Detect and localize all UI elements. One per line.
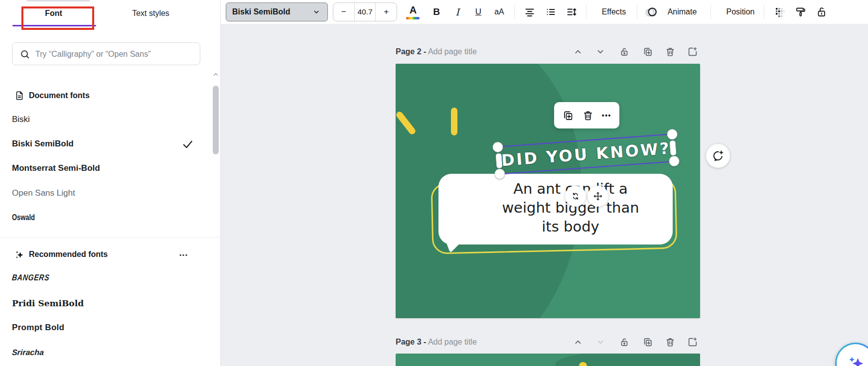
font-item-biski[interactable]: Biski (0, 110, 199, 129)
font-item-biski-semibold[interactable]: Biski SemiBold (0, 134, 199, 153)
page3-label: Page 3 - (396, 338, 426, 346)
sidebar-scrollbar[interactable] (213, 86, 219, 154)
move-page-up-icon[interactable] (571, 44, 585, 59)
duplicate-page-icon[interactable] (640, 335, 655, 350)
position-button[interactable]: Position (718, 2, 763, 21)
italic-button[interactable]: I (448, 2, 467, 21)
font-item-montserrat[interactable]: Montserrat Semi-Bold (0, 159, 199, 178)
toolbar-divider (586, 5, 586, 19)
font-item-sriracha[interactable]: Sriracha (0, 343, 199, 362)
toolbar-divider (514, 5, 515, 19)
lock-icon[interactable] (812, 2, 831, 21)
rotate-handle[interactable] (565, 186, 586, 207)
yellow-accent-stroke[interactable] (451, 108, 457, 135)
copy-style-roller-icon[interactable] (791, 2, 810, 21)
page2-label: Page 2 - (396, 47, 426, 56)
lock-page-icon[interactable] (617, 335, 632, 350)
chevron-down-icon (311, 7, 321, 17)
transparency-icon[interactable] (770, 2, 789, 21)
rainbow-color-bar (406, 17, 420, 19)
background-blob-shape (555, 354, 700, 366)
font-family-dropdown[interactable]: Biski SemiBold (226, 2, 328, 21)
font-item-pridi[interactable]: Pridi SemiBold (0, 294, 199, 313)
font-family-value: Biski SemiBold (232, 7, 311, 16)
search-input[interactable] (34, 43, 196, 65)
font-size-control: − 40.7 + (333, 2, 397, 21)
element-toolbar: ••• (554, 102, 619, 128)
add-comment-button[interactable] (706, 144, 730, 168)
page3-title[interactable]: Page 3 - Add page title (396, 338, 477, 347)
underline-button[interactable]: U (469, 2, 488, 21)
page2-canvas[interactable]: An ant can lift a weight bigger than its… (396, 64, 700, 318)
page3-canvas[interactable] (396, 354, 700, 366)
move-page-down-icon (593, 335, 608, 350)
delete-element-icon[interactable] (582, 110, 594, 122)
bullet-list-icon[interactable] (541, 2, 560, 21)
text-align-icon[interactable] (520, 2, 539, 21)
font-size-increase-button[interactable]: + (376, 3, 397, 21)
canva-editor: Font Text styles Document fonts Biski Bi… (0, 0, 868, 366)
lock-page-icon[interactable] (617, 44, 632, 59)
font-panel-sidebar: Font Text styles Document fonts Biski Bi… (0, 0, 221, 366)
sparkles-icon (13, 249, 25, 263)
panel-top-stub (26, 0, 90, 1)
font-size-value[interactable]: 40.7 (354, 3, 376, 21)
move-page-down-icon[interactable] (593, 44, 608, 59)
element-more-menu[interactable]: ••• (602, 112, 611, 120)
add-page-icon[interactable] (685, 44, 700, 59)
letter-case-button[interactable]: aA (490, 2, 509, 21)
move-handle[interactable] (587, 186, 608, 207)
page3-title-placeholder[interactable]: Add page title (428, 338, 477, 346)
scroll-up-icon[interactable] (212, 70, 220, 78)
line-spacing-icon[interactable] (562, 2, 581, 21)
tab-text-styles[interactable]: Text styles (115, 7, 187, 20)
text-color-button[interactable]: A (404, 2, 423, 21)
animate-button[interactable]: Animate (659, 2, 705, 21)
magic-assistant-button[interactable] (835, 343, 868, 366)
duplicate-element-icon[interactable] (562, 110, 574, 122)
magic-sparkle-icon (837, 344, 868, 366)
duplicate-page-icon[interactable] (640, 44, 655, 59)
font-item-bangers[interactable]: BANGERS (0, 268, 199, 287)
font-search-box[interactable] (12, 42, 200, 65)
move-page-up-icon[interactable] (571, 335, 585, 350)
toolbar-divider (711, 5, 711, 19)
page2-title[interactable]: Page 2 - Add page title (396, 47, 477, 56)
font-size-decrease-button[interactable]: − (333, 3, 354, 21)
delete-page-icon[interactable] (663, 44, 678, 59)
page2-title-placeholder[interactable]: Add page title (428, 47, 477, 56)
search-icon (19, 49, 30, 60)
text-toolbar: Biski SemiBold − 40.7 + A B I U aA (221, 0, 868, 24)
toolbar-divider (637, 5, 637, 19)
delete-page-icon[interactable] (663, 335, 678, 350)
selection-handle-bottom-right[interactable] (669, 155, 680, 166)
section-divider (0, 237, 221, 238)
selected-font-check-icon (181, 138, 194, 152)
font-item-open-sans-light[interactable]: Open Sans Light (0, 184, 199, 203)
annotation-red-rectangle (21, 6, 94, 30)
document-fonts-header: Document fonts (29, 91, 90, 100)
font-item-prompt[interactable]: Prompt Bold (0, 318, 199, 337)
bold-button[interactable]: B (427, 2, 446, 21)
add-page-icon[interactable] (685, 335, 700, 350)
animate-icon[interactable] (643, 2, 660, 21)
document-icon (14, 90, 25, 101)
recommended-more-menu[interactable]: ••• (175, 249, 192, 261)
recommended-fonts-header: Recommended fonts (29, 250, 108, 259)
toolbar-divider (764, 5, 764, 19)
selection-handle-top-right[interactable] (667, 128, 678, 139)
font-item-oswald[interactable]: Oswald (0, 208, 199, 227)
selection-handle-left[interactable] (495, 153, 502, 168)
selection-handle-right[interactable] (669, 140, 676, 156)
effects-button[interactable]: Effects (592, 2, 636, 21)
